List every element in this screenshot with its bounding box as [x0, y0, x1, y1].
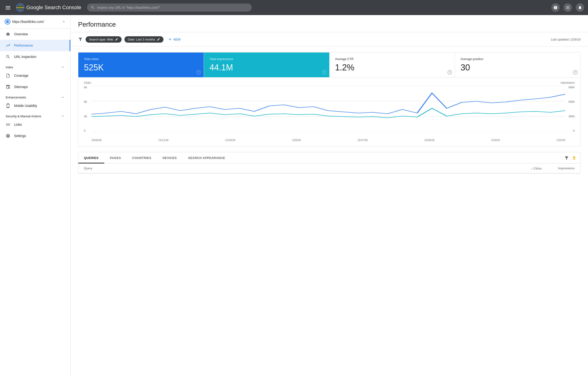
security-section-header[interactable]: Security & Manual Actions	[0, 111, 70, 119]
chart-header: Clicks Impressions	[84, 81, 575, 84]
sidebar-item-links[interactable]: Links	[0, 119, 70, 130]
search-bar[interactable]	[87, 3, 252, 12]
total-clicks-label: Total clicks	[84, 57, 198, 61]
menu-icon[interactable]	[4, 3, 12, 12]
sidebar-item-coverage[interactable]: Coverage	[0, 70, 70, 81]
tab-search-appearance[interactable]: SEARCH APPEARANCE	[183, 152, 231, 164]
col-query-label: Query	[84, 166, 92, 170]
date-label: Date: Last 3 months	[128, 38, 155, 41]
index-section-header[interactable]: Index	[0, 62, 70, 70]
date-filter[interactable]: Date: Last 3 months	[124, 36, 164, 43]
download-button[interactable]	[572, 155, 577, 160]
tabs-header: QUERIES PAGES COUNTRIES DEVICES SEARCH A…	[78, 152, 580, 164]
col-clicks-header[interactable]: ↓ Clicks	[531, 166, 542, 170]
tab-queries-label: QUERIES	[84, 156, 99, 160]
sidebar-item-settings[interactable]: Settings	[0, 130, 70, 141]
sidebar-item-label: Settings	[14, 134, 26, 138]
new-filter-button[interactable]: NEW	[166, 36, 182, 43]
col-impressions-header[interactable]: Impressions	[542, 166, 575, 170]
search-magnify-icon	[6, 54, 10, 59]
topbar-actions	[551, 3, 584, 12]
tab-devices[interactable]: DEVICES	[157, 152, 183, 164]
sidebar-item-performance[interactable]: Performance	[0, 40, 70, 51]
help-button[interactable]	[551, 3, 560, 12]
notification-button[interactable]	[576, 3, 584, 12]
tab-actions	[564, 152, 580, 164]
svg-rect-0	[6, 6, 10, 7]
svg-rect-2	[6, 9, 10, 9]
search-icon	[91, 5, 95, 10]
total-impressions-value: 44.1M	[210, 63, 324, 72]
enhancements-collapse-icon	[61, 95, 65, 99]
tab-search-appearance-label: SEARCH APPEARANCE	[188, 156, 225, 160]
average-ctr-card[interactable]: Average CTR 1.2% ?	[330, 53, 455, 77]
security-section-label: Security & Manual Actions	[6, 114, 41, 118]
search-input[interactable]	[97, 6, 248, 9]
tab-queries[interactable]: QUERIES	[78, 152, 104, 164]
chart-svg	[91, 86, 565, 132]
sidebar-item-url-inspection[interactable]: URL inspection	[0, 51, 70, 62]
page-header: Performance	[71, 15, 588, 32]
total-clicks-value: 525K	[84, 63, 198, 72]
enhancements-section-label: Enhancements	[6, 96, 26, 99]
link-icon	[6, 122, 10, 127]
date-edit-icon	[157, 38, 160, 41]
phone-icon	[6, 103, 10, 108]
tab-countries-label: COUNTRIES	[132, 156, 151, 160]
sidebar-item-label: Links	[14, 123, 22, 127]
last-updated-label: Last updated: 1/29/19	[551, 38, 580, 41]
col-clicks-label: Clicks	[533, 167, 542, 170]
new-filter-label: NEW	[173, 38, 180, 41]
coverage-icon	[6, 73, 10, 78]
col-impressions-label: Impressions	[558, 166, 575, 170]
sidebar-item-mobile-usability[interactable]: Mobile Usability	[0, 100, 70, 111]
index-section-label: Index	[6, 65, 13, 69]
page-title: Performance	[78, 21, 580, 28]
security-expand-icon	[61, 114, 65, 118]
total-clicks-card[interactable]: Total clicks 525K ?	[78, 53, 204, 77]
add-icon	[168, 37, 172, 41]
apps-button[interactable]	[564, 3, 572, 12]
table-filter-button[interactable]	[564, 155, 569, 160]
sidebar-item-label: Performance	[14, 44, 33, 47]
chart-y-left-label: Clicks	[84, 81, 91, 84]
metrics-section: Total clicks 525K ? Total impressions 44…	[71, 47, 588, 77]
sidebar: https://backlinko.com/ Overview Performa…	[0, 15, 71, 377]
enhancements-section-header[interactable]: Enhancements	[0, 93, 70, 100]
average-position-help[interactable]: ?	[573, 70, 577, 74]
sort-down-icon: ↓	[531, 166, 533, 170]
sidebar-item-label: Sitemaps	[14, 85, 28, 89]
chart-container: Clicks Impressions 9K 6K 3K 0	[78, 77, 580, 146]
tab-pages[interactable]: PAGES	[104, 152, 127, 164]
search-type-edit-icon	[115, 38, 118, 41]
tabs-section: QUERIES PAGES COUNTRIES DEVICES SEARCH A…	[78, 152, 580, 174]
tab-devices-label: DEVICES	[163, 156, 177, 160]
logo-text: Google Search Console	[26, 4, 81, 11]
total-clicks-help[interactable]: ?	[197, 70, 201, 74]
tab-pages-label: PAGES	[110, 156, 121, 160]
average-ctr-help[interactable]: ?	[448, 70, 452, 74]
home-icon	[6, 32, 10, 36]
chart-area: 9K 6K 3K 0	[84, 86, 575, 138]
total-impressions-label: Total impressions	[210, 57, 324, 61]
chart-x-labels: 10/30/18 11/11/18 11/23/18 12/5/18 12/17…	[91, 139, 565, 141]
sidebar-item-label: Mobile Usability	[14, 104, 37, 108]
tab-countries[interactable]: COUNTRIES	[127, 152, 157, 164]
filters-bar: Search type: Web Date: Last 3 months NEW…	[71, 32, 588, 47]
sidebar-item-overview[interactable]: Overview	[0, 28, 70, 40]
property-chevron-icon	[62, 20, 66, 24]
metric-cards: Total clicks 525K ? Total impressions 44…	[78, 52, 580, 77]
total-impressions-help[interactable]: ?	[322, 70, 326, 74]
total-impressions-card[interactable]: Total impressions 44.1M ?	[204, 53, 330, 77]
main-content: Performance Search type: Web Date: Last …	[71, 15, 588, 377]
search-type-filter[interactable]: Search type: Web	[86, 36, 122, 43]
col-query-header: Query	[84, 166, 531, 170]
average-position-card[interactable]: Average position 30 ?	[455, 53, 580, 77]
app-layout: https://backlinko.com/ Overview Performa…	[0, 15, 588, 377]
property-url: https://backlinko.com/	[12, 20, 60, 24]
app-logo: Google Search Console	[16, 3, 81, 12]
search-type-label: Search type: Web	[89, 38, 113, 41]
property-selector[interactable]: https://backlinko.com/	[0, 15, 70, 28]
sitemaps-icon	[6, 84, 10, 89]
sidebar-item-sitemaps[interactable]: Sitemaps	[0, 81, 70, 93]
